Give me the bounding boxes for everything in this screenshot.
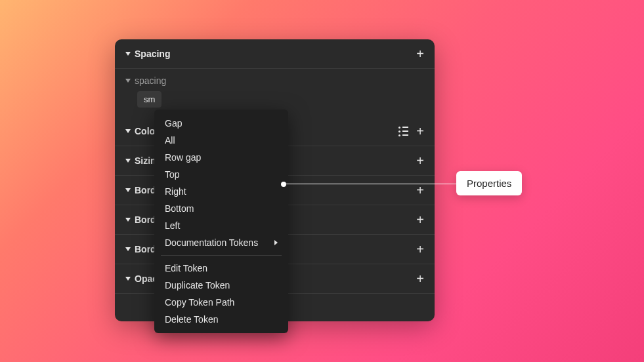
callout-dot [281,182,286,187]
menu-item-gap[interactable]: Gap [154,115,288,132]
menu-label: Row gap [165,152,201,163]
callout-label: Properties [456,171,522,195]
token-chip-sm[interactable]: sm [137,91,161,108]
menu-label: Left [165,220,180,231]
chevron-down-icon [125,159,131,163]
menu-item-delete[interactable]: Delete Token [154,311,288,328]
menu-label: Edit Token [165,263,207,273]
list-view-icon[interactable] [398,127,408,136]
chevron-down-icon [125,247,131,251]
menu-label: Copy Token Path [165,297,234,308]
menu-item-left[interactable]: Left [154,217,288,234]
add-icon[interactable]: + [416,154,424,167]
menu-label: Right [165,186,186,197]
menu-label: Documentation Tokens [165,237,258,248]
chevron-down-icon [125,277,131,281]
menu-item-rowgap[interactable]: Row gap [154,149,288,166]
menu-divider [161,255,282,256]
menu-label: Bottom [165,203,194,214]
chevron-down-icon [125,218,131,222]
menu-label: Gap [165,118,182,129]
context-menu: Gap All Row gap Top Right Bottom Left Do… [154,110,288,333]
callout-line [284,184,458,184]
add-icon[interactable]: + [416,47,424,60]
add-icon[interactable]: + [416,125,424,138]
menu-item-edit[interactable]: Edit Token [154,260,288,277]
section-title: Spacing [135,49,170,59]
menu-item-docs[interactable]: Documentation Tokens [154,234,288,251]
menu-item-duplicate[interactable]: Duplicate Token [154,277,288,294]
spacing-group[interactable]: spacing [115,69,435,89]
menu-item-right[interactable]: Right [154,183,288,200]
add-icon[interactable]: + [416,213,424,226]
section-spacing[interactable]: Spacing + [115,39,435,69]
add-icon[interactable]: + [416,272,424,285]
add-icon[interactable]: + [416,243,424,256]
chevron-down-icon [125,52,131,56]
menu-item-all[interactable]: All [154,132,288,149]
menu-label: Duplicate Token [165,280,230,291]
chevron-down-icon [125,188,131,192]
group-title: spacing [135,75,166,86]
menu-item-bottom[interactable]: Bottom [154,200,288,217]
menu-item-copypath[interactable]: Copy Token Path [154,294,288,311]
chevron-down-icon [125,79,131,83]
menu-label: Top [165,169,180,180]
menu-label: All [165,135,175,146]
chevron-down-icon [125,129,131,133]
menu-label: Delete Token [165,314,218,325]
menu-item-top[interactable]: Top [154,166,288,183]
add-icon[interactable]: + [416,184,424,197]
chevron-right-icon [274,240,278,245]
